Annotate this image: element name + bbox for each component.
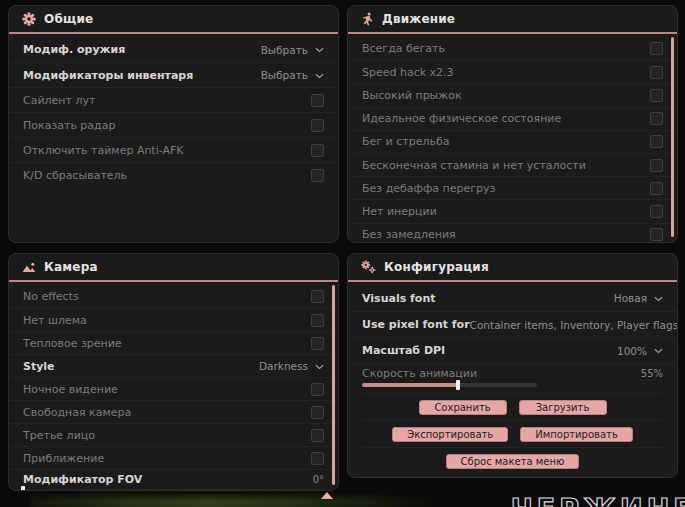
slider-handle[interactable]	[21, 486, 25, 491]
chevron-down-icon	[654, 296, 663, 302]
row-checkbox[interactable]: Приближение	[9, 446, 338, 469]
panel-general-header[interactable]: Общие	[9, 6, 338, 34]
row-checkbox[interactable]: Тепловое зрение	[9, 331, 338, 354]
dropdown-value: Новая	[614, 292, 647, 304]
row-label: Скорость анимации	[362, 367, 477, 380]
checkbox[interactable]	[311, 429, 324, 442]
button-row: СохранитьЗагрузить	[362, 393, 663, 420]
checkbox[interactable]	[650, 42, 663, 55]
checkbox[interactable]	[311, 290, 324, 303]
checkbox[interactable]	[650, 182, 663, 195]
button-row: Сброс макета меню	[362, 447, 663, 474]
config-buttons: СохранитьЗагрузитьЭкспортироватьИмпортир…	[348, 393, 677, 474]
checkbox[interactable]	[650, 135, 663, 148]
row-checkbox[interactable]: Speed hack x2.3	[348, 60, 677, 83]
row-checkbox[interactable]: Нет шлема	[9, 308, 338, 331]
dropdown[interactable]: Container items, Inventory, Player flags…	[470, 319, 678, 331]
checkbox[interactable]	[650, 112, 663, 125]
slider-value: 55%	[641, 368, 663, 379]
row-dropdown: Use pixel font forContainer items, Inven…	[348, 311, 677, 337]
row-checkbox[interactable]: Бег и стрельба	[348, 130, 677, 153]
panel-config-rows: Visuals fontНоваяUse pixel font forConta…	[348, 282, 677, 393]
watermark-text: ЧЕРЖИНЕ	[511, 493, 685, 507]
action-button[interactable]: Импортировать	[520, 427, 633, 442]
checkbox[interactable]	[311, 169, 324, 182]
checkbox[interactable]	[311, 452, 324, 465]
dropdown[interactable]: Выбрать	[261, 69, 324, 81]
checkbox[interactable]	[650, 66, 663, 79]
row-checkbox[interactable]: K/D сбрасыватель	[9, 162, 338, 187]
row-checkbox[interactable]: Идеальное физическое состояние	[348, 107, 677, 130]
dropdown[interactable]: 100%	[617, 345, 663, 357]
row-label: Показать радар	[23, 119, 115, 132]
checkbox[interactable]	[650, 228, 663, 241]
row-checkbox[interactable]: Всегда бегать	[348, 37, 677, 60]
gears-icon	[361, 260, 376, 274]
checkbox[interactable]	[311, 94, 324, 107]
row-label: Use pixel font for	[362, 318, 470, 331]
slider-label-row: Модификатор FOV0°	[23, 473, 324, 486]
checkbox[interactable]	[650, 89, 663, 102]
checkbox[interactable]	[311, 314, 324, 327]
slider-handle[interactable]	[456, 380, 460, 390]
row-checkbox[interactable]: Высокий прыжок	[348, 83, 677, 106]
row-checkbox[interactable]: Без замедления	[348, 223, 677, 244]
row-label: Всегда бегать	[362, 42, 445, 55]
slider-value: 0°	[313, 474, 324, 485]
row-dropdown: Модификаторы инвентаряВыбрать	[9, 62, 338, 87]
dropdown[interactable]: Выбрать	[261, 44, 324, 56]
dropdown[interactable]: Darkness	[259, 360, 324, 372]
action-button[interactable]: Загрузить	[519, 400, 607, 415]
row-checkbox[interactable]: Показать радар	[9, 112, 338, 137]
background-glow	[30, 495, 430, 507]
scrollbar[interactable]	[671, 37, 674, 237]
panel-movement-header[interactable]: Движение	[348, 6, 677, 34]
panel-config-header[interactable]: Конфигурация	[348, 254, 677, 282]
row-checkbox[interactable]: Свободная камера	[9, 400, 338, 423]
checkbox[interactable]	[650, 159, 663, 172]
panel-movement: Движение Всегда бегатьSpeed hack x2.3Выс…	[347, 5, 678, 243]
row-label: Ночное видение	[23, 383, 118, 396]
checkbox[interactable]	[311, 337, 324, 350]
row-checkbox[interactable]: Нет инерции	[348, 199, 677, 222]
row-label: Модиф. оружия	[23, 43, 125, 56]
row-checkbox[interactable]: No effects	[9, 285, 338, 308]
row-label: Нет шлема	[23, 314, 87, 327]
scrollbar[interactable]	[332, 285, 335, 485]
row-label: Модификатор FOV	[23, 473, 142, 486]
chevron-down-icon	[315, 73, 324, 79]
slider-track[interactable]	[23, 489, 324, 491]
checkbox[interactable]	[311, 119, 324, 132]
row-checkbox[interactable]: Сайлент лут	[9, 87, 338, 112]
row-checkbox[interactable]: Бесконечная стамина и нет усталости	[348, 153, 677, 176]
panel-title: Общие	[44, 12, 93, 26]
slider-label-row: Скорость анимации55%	[362, 367, 663, 380]
panel-config: Конфигурация Visuals fontНоваяUse pixel …	[347, 253, 678, 478]
runner-icon	[361, 12, 374, 26]
scroll-up-indicator-icon	[321, 492, 333, 499]
row-label: Сайлент лут	[23, 94, 95, 107]
panel-title: Конфигурация	[384, 260, 489, 274]
slider-track[interactable]	[362, 383, 537, 387]
action-button[interactable]: Сохранить	[419, 400, 507, 415]
checkbox[interactable]	[311, 383, 324, 396]
slider-fill	[362, 383, 458, 387]
dropdown-value: Container items, Inventory, Player flags…	[470, 319, 678, 331]
image-icon	[22, 261, 36, 273]
action-button[interactable]: Экспортировать	[392, 427, 508, 442]
checkbox[interactable]	[650, 205, 663, 218]
row-label: Без замедления	[362, 228, 456, 241]
action-button[interactable]: Сброс макета меню	[446, 454, 580, 469]
checkbox[interactable]	[311, 144, 324, 157]
row-checkbox[interactable]: Отключить таймер Anti-AFK	[9, 137, 338, 162]
checkbox[interactable]	[311, 406, 324, 419]
panel-camera-header[interactable]: Камера	[9, 254, 338, 282]
panel-general: Общие Модиф. оружияВыбратьМодификаторы и…	[8, 5, 339, 243]
row-label: Приближение	[23, 452, 104, 465]
row-label: Масштаб DPI	[362, 344, 445, 357]
dropdown[interactable]: Новая	[614, 292, 663, 304]
row-checkbox[interactable]: Без дебаффа перегруз	[348, 176, 677, 199]
row-checkbox[interactable]: Ночное видение	[9, 377, 338, 400]
row-checkbox[interactable]: Третье лицо	[9, 423, 338, 446]
row-label: K/D сбрасыватель	[23, 169, 127, 182]
